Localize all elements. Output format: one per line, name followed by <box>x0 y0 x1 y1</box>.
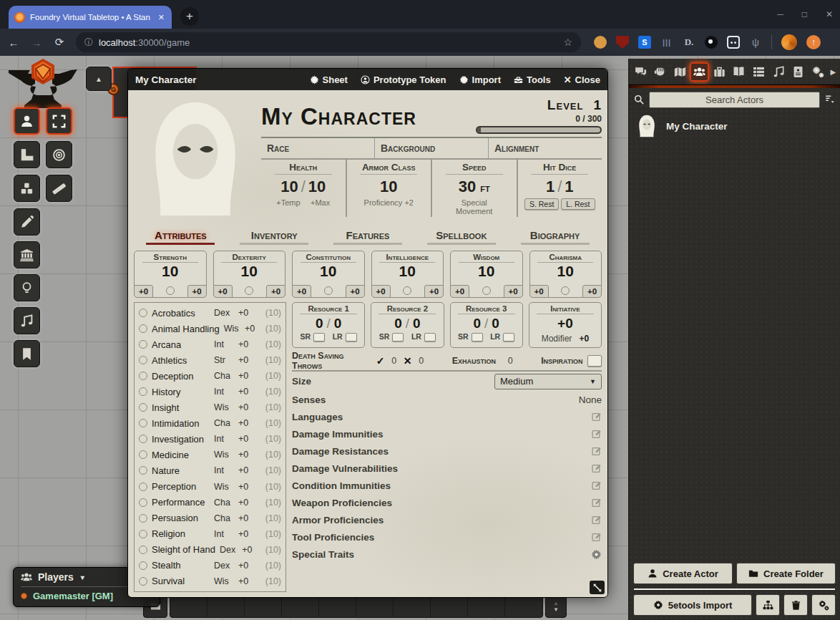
skill-row[interactable]: Persuasion Cha +0 (10) <box>139 510 281 526</box>
create-folder-button[interactable]: Create Folder <box>736 563 836 584</box>
ability-proficiency-radio[interactable] <box>166 286 175 295</box>
ublock-extension-icon[interactable] <box>616 36 629 49</box>
tab-scenes[interactable] <box>670 62 690 82</box>
controls-collapse-button[interactable]: ▲ <box>86 67 112 91</box>
skill-name[interactable]: Stealth <box>152 560 210 571</box>
lens-extension-icon[interactable] <box>705 36 718 49</box>
skill-proficiency-radio[interactable] <box>139 498 147 507</box>
tool-select-tokens[interactable] <box>46 107 72 135</box>
ac-value[interactable]: 10 <box>347 178 431 196</box>
skill-row[interactable]: Animal Handling Wis +0 (10) <box>139 321 281 336</box>
cookie-extension-icon[interactable] <box>594 36 607 49</box>
death-success-count[interactable]: 0 <box>389 356 398 366</box>
trait-edit-button[interactable] <box>592 532 602 542</box>
macro-slot[interactable] <box>319 595 356 617</box>
character-portrait[interactable] <box>134 95 257 223</box>
trait-edit-button[interactable] <box>592 498 602 508</box>
prototype-token-button[interactable]: Prototype Token <box>361 74 446 85</box>
skill-name[interactable]: Sleight of Hand <box>152 544 215 555</box>
window-titlebar[interactable]: My Character Sheet Prototype Token Impor… <box>128 69 607 90</box>
page-down-icon[interactable]: ▾ <box>555 606 558 613</box>
ability-label[interactable]: Dexterity <box>214 253 285 261</box>
skill-name[interactable]: Survival <box>152 576 210 586</box>
tool-sounds-layer[interactable] <box>14 307 40 334</box>
death-fail-count[interactable]: 0 <box>417 356 426 366</box>
tab-biography[interactable]: Biography <box>508 229 602 245</box>
new-tab-button[interactable]: + <box>180 7 199 26</box>
tab-items[interactable] <box>710 62 729 82</box>
macro-slot[interactable] <box>245 595 282 617</box>
actor-name[interactable]: My Character <box>666 121 728 132</box>
ability-proficiency-radio[interactable] <box>324 286 333 295</box>
address-bar[interactable]: ⓘ localhost:30000/game ☆ <box>76 32 581 52</box>
window-resize-handle[interactable] <box>590 581 605 594</box>
forward-button[interactable]: → <box>30 37 43 49</box>
skill-row[interactable]: Acrobatics Dex +0 (10) <box>139 305 281 321</box>
lr-checkbox[interactable] <box>503 333 514 342</box>
skill-proficiency-radio[interactable] <box>139 324 147 333</box>
tool-drawings-layer[interactable] <box>14 208 40 236</box>
skill-name[interactable]: Intimidation <box>152 418 210 429</box>
special-traits-config-button[interactable] <box>591 549 602 560</box>
d-extension-icon[interactable]: D. <box>683 36 695 49</box>
skill-name[interactable]: Athletics <box>152 355 210 366</box>
search-actors-input[interactable] <box>649 92 820 108</box>
ability-score[interactable]: 10 <box>451 263 522 280</box>
tab-features[interactable]: Features <box>321 229 415 245</box>
sr-checkbox[interactable] <box>313 333 325 342</box>
tab-attributes[interactable]: Attributes <box>134 229 228 245</box>
tab-journal[interactable] <box>729 62 748 82</box>
grid-extension-icon[interactable]: ||| <box>660 36 673 49</box>
import-button[interactable]: Import <box>459 74 501 85</box>
resource-label[interactable]: Resource 1 <box>293 304 364 313</box>
page-up-icon[interactable]: ▴ <box>555 600 558 606</box>
ability-score[interactable]: 10 <box>293 263 364 280</box>
sidebar-collapse-button[interactable]: ▶ <box>828 62 838 82</box>
skill-proficiency-radio[interactable] <box>139 450 147 459</box>
ability-save[interactable]: +0 <box>529 285 549 298</box>
skill-proficiency-radio[interactable] <box>139 309 147 317</box>
ability-proficiency-radio[interactable] <box>561 286 570 295</box>
tab-chat[interactable] <box>631 62 650 82</box>
level-value[interactable]: 1 <box>593 97 602 112</box>
macro-slot[interactable] <box>356 595 394 617</box>
skill-proficiency-radio[interactable] <box>139 483 147 491</box>
ability-label[interactable]: Intelligence <box>372 253 444 261</box>
ability-label[interactable]: Strength <box>135 253 206 261</box>
macro-slot[interactable] <box>207 595 245 617</box>
tab-inventory[interactable]: Inventory <box>228 229 321 245</box>
ability-block[interactable]: Charisma 10 +0 +0 <box>529 251 602 298</box>
tool-notes-layer[interactable] <box>14 340 40 367</box>
skill-row[interactable]: Nature Int +0 (10) <box>139 462 281 478</box>
macro-slot[interactable] <box>468 595 505 617</box>
tab-close-icon[interactable]: ✕ <box>157 13 166 22</box>
initiative-value[interactable]: +0 <box>529 316 601 331</box>
fivetools-import-button[interactable]: 5etools Import <box>633 594 752 616</box>
ability-block[interactable]: Dexterity 10 +0 +0 <box>213 251 286 298</box>
ability-block[interactable]: Strength 10 +0 +0 <box>134 251 207 298</box>
skill-proficiency-radio[interactable] <box>139 372 147 380</box>
resource-label[interactable]: Resource 2 <box>371 304 443 313</box>
ability-proficiency-radio[interactable] <box>482 286 491 295</box>
skill-proficiency-radio[interactable] <box>139 546 147 554</box>
skill-row[interactable]: Insight Wis +0 (10) <box>139 399 281 415</box>
skill-row[interactable]: Investigation Int +0 (10) <box>139 431 281 447</box>
skill-proficiency-radio[interactable] <box>139 340 147 349</box>
tab-playlists[interactable] <box>769 62 788 82</box>
skill-row[interactable]: Religion Int +0 (10) <box>139 526 281 542</box>
long-rest-button[interactable]: L. Rest <box>561 198 595 210</box>
speed-value[interactable]: 30 <box>459 178 476 195</box>
ability-label[interactable]: Wisdom <box>451 253 522 261</box>
create-actor-button[interactable]: Create Actor <box>633 563 733 584</box>
ability-save[interactable]: +0 <box>371 285 391 298</box>
window-maximize-button[interactable]: □ <box>802 9 807 19</box>
trait-edit-button[interactable] <box>592 446 602 456</box>
skill-name[interactable]: Insight <box>152 402 210 413</box>
tab-rollable-tables[interactable] <box>749 62 768 82</box>
alignment-field[interactable]: Alignment <box>488 138 602 158</box>
skill-proficiency-radio[interactable] <box>139 419 147 427</box>
xp-display[interactable]: 0 / 300 <box>470 114 602 124</box>
resource-value[interactable]: 0 <box>473 316 481 331</box>
hp-temp-label[interactable]: +Temp <box>276 198 300 207</box>
initiative-label[interactable]: Initiative <box>529 304 601 313</box>
